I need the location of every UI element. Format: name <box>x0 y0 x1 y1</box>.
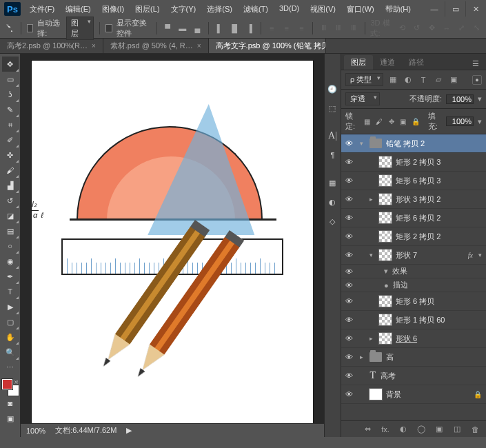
screen-mode-toggle[interactable]: ▣ <box>2 411 19 426</box>
layer-name[interactable]: 矩形 2 拷贝 2 <box>396 232 486 242</box>
zoom-tool[interactable]: 🔍 <box>2 345 19 360</box>
layer-fx-icon[interactable]: fx. <box>380 424 391 435</box>
gradient-tool[interactable]: ▤ <box>2 223 19 238</box>
layer-name[interactable]: 矩形 6 拷贝 <box>396 296 486 307</box>
swap-colors-icon[interactable]: ⤭ <box>14 379 19 385</box>
expand-arrow-icon[interactable]: ▾ <box>367 252 375 258</box>
layer-thumbnail[interactable] <box>378 155 393 169</box>
healing-brush-tool[interactable]: ✜ <box>2 147 19 163</box>
show-transform-checkbox[interactable] <box>105 24 112 32</box>
move-tool[interactable]: ✥ <box>2 57 19 72</box>
filter-shape-icon[interactable]: ▱ <box>433 74 444 85</box>
layer-name[interactable]: 形状 6 <box>396 334 486 344</box>
align-bottom-icon[interactable]: ▄ <box>192 21 203 35</box>
doc-info-arrow-icon[interactable]: ▶ <box>126 426 132 435</box>
layer-name[interactable]: 矩形 2 拷贝 3 <box>396 157 486 167</box>
layer-thumbnail[interactable] <box>378 192 393 206</box>
layer-thumbnail[interactable] <box>378 211 393 225</box>
align-right-icon[interactable]: ▐ <box>244 21 255 35</box>
visibility-toggle-icon[interactable]: 👁 <box>341 158 358 166</box>
visibility-toggle-icon[interactable]: 👁 <box>341 316 358 324</box>
document-tab[interactable]: 高考文字.psb @ 100% (铅笔 拷贝 2, RGB/8#) *× <box>209 39 326 53</box>
layers-tab[interactable]: 图层 <box>344 55 373 70</box>
document-tab[interactable]: 素材.psd @ 50% (4, R…× <box>103 39 209 53</box>
layer-name[interactable]: 高考 <box>381 371 486 381</box>
align-hcenter-icon[interactable]: █ <box>229 21 240 35</box>
layer-row[interactable]: 👁▸形状 6 <box>341 329 486 348</box>
layer-thumbnail[interactable] <box>378 248 393 262</box>
channels-tab[interactable]: 通道 <box>373 55 402 70</box>
layer-effect-row[interactable]: 👁●描边 <box>341 278 486 292</box>
marquee-tool[interactable]: ▭ <box>2 72 19 87</box>
delete-layer-icon[interactable]: 🗑 <box>469 424 480 435</box>
visibility-toggle-icon[interactable]: 👁 <box>341 139 358 147</box>
layer-thumbnail[interactable] <box>368 387 383 401</box>
document-tab[interactable]: 高考2.psb @ 100%(R…× <box>0 39 103 53</box>
menu-filter[interactable]: 滤镜(T) <box>239 2 273 17</box>
path-select-tool[interactable]: ▶ <box>2 299 19 314</box>
visibility-toggle-icon[interactable]: 👁 <box>341 297 358 305</box>
filter-adjust-icon[interactable]: ◐ <box>403 74 414 85</box>
link-layers-icon[interactable]: ⇔ <box>362 424 373 435</box>
visibility-toggle-icon[interactable]: 👁 <box>341 390 358 398</box>
layer-row[interactable]: 👁▾形状 7fx▾ <box>341 246 486 265</box>
eraser-tool[interactable]: ◪ <box>2 208 19 223</box>
menu-layer[interactable]: 图层(L) <box>130 2 164 17</box>
layer-name[interactable]: 背景 <box>386 389 474 400</box>
expand-arrow-icon[interactable]: ▾ <box>358 140 365 147</box>
lock-all-icon[interactable]: 🔒 <box>412 116 420 126</box>
close-tab-icon[interactable]: × <box>197 42 201 50</box>
visibility-toggle-icon[interactable]: 👁 <box>341 371 358 380</box>
pen-tool[interactable]: ✒ <box>2 269 19 284</box>
window-maximize-button[interactable]: ▭ <box>445 1 465 17</box>
window-minimize-button[interactable]: — <box>424 1 445 17</box>
shape-tool[interactable]: ▢ <box>2 314 19 329</box>
opacity-dropdown-icon[interactable]: ▾ <box>478 94 482 103</box>
lasso-tool[interactable]: ʖ <box>2 87 19 102</box>
menu-edit[interactable]: 编辑(E) <box>61 2 96 17</box>
close-tab-icon[interactable]: × <box>92 42 96 50</box>
paragraph-panel-icon[interactable]: ¶ <box>325 147 340 163</box>
visibility-toggle-icon[interactable]: 👁 <box>341 195 358 203</box>
menu-image[interactable]: 图像(I) <box>97 2 129 17</box>
foreground-color-swatch[interactable] <box>2 379 12 389</box>
filter-smart-icon[interactable]: ▣ <box>448 74 459 85</box>
layer-row[interactable]: 👁矩形 2 拷贝 2 <box>341 227 486 246</box>
fx-collapse-icon[interactable]: ▾ <box>476 252 484 258</box>
visibility-toggle-icon[interactable]: 👁 <box>341 334 358 343</box>
layer-row[interactable]: 👁▾铅笔 拷贝 2 <box>341 134 486 153</box>
quick-select-tool[interactable]: ✎ <box>2 102 19 117</box>
expand-arrow-icon[interactable]: ▸ <box>367 196 375 203</box>
layer-thumbnail[interactable] <box>378 332 393 345</box>
lock-artboard-icon[interactable]: ▣ <box>399 116 407 126</box>
doc-info[interactable]: 文档:6.44M/7.62M <box>55 425 117 436</box>
visibility-toggle-icon[interactable]: 👁 <box>341 176 358 185</box>
layer-thumbnail[interactable] <box>378 230 393 243</box>
filter-pixel-icon[interactable]: ▦ <box>387 74 398 85</box>
new-group-icon[interactable]: ▣ <box>434 424 445 435</box>
layer-row[interactable]: 👁矩形 6 拷贝 <box>341 292 486 311</box>
edit-toolbar[interactable]: ⋯ <box>2 360 19 375</box>
menu-help[interactable]: 帮助(H) <box>381 2 416 17</box>
panel-menu-icon[interactable]: ☰ <box>468 58 483 70</box>
lock-image-icon[interactable]: 🖌 <box>376 116 383 126</box>
visibility-toggle-icon[interactable]: 👁 <box>341 214 358 222</box>
lock-transparency-icon[interactable]: ▦ <box>363 116 371 126</box>
color-swatches[interactable]: ⤭ <box>2 379 19 396</box>
expand-arrow-icon[interactable]: ▸ <box>367 335 375 342</box>
align-left-icon[interactable]: ▌ <box>214 21 225 35</box>
menu-3d[interactable]: 3D(D) <box>274 2 304 17</box>
fill-dropdown-icon[interactable]: ▾ <box>478 117 482 126</box>
layer-mask-icon[interactable]: ◐ <box>398 424 409 435</box>
layer-name[interactable]: 铅笔 拷贝 2 <box>386 139 486 149</box>
history-brush-tool[interactable]: ↺ <box>2 193 19 208</box>
fill-value[interactable]: 100% <box>446 116 474 126</box>
layer-name[interactable]: 形状 3 拷贝 2 <box>396 194 486 205</box>
layer-row[interactable]: 👁T高考 <box>341 367 486 385</box>
layer-name[interactable]: 矩形 6 拷贝 3 <box>396 176 486 186</box>
layer-thumbnail[interactable] <box>378 313 393 327</box>
layer-row[interactable]: 👁▸形状 3 拷贝 2 <box>341 190 486 209</box>
canvas-viewport[interactable]: I₂ α ℓ <box>21 54 324 423</box>
crop-tool[interactable]: ⌗ <box>2 117 19 132</box>
auto-select-checkbox[interactable] <box>27 24 34 32</box>
